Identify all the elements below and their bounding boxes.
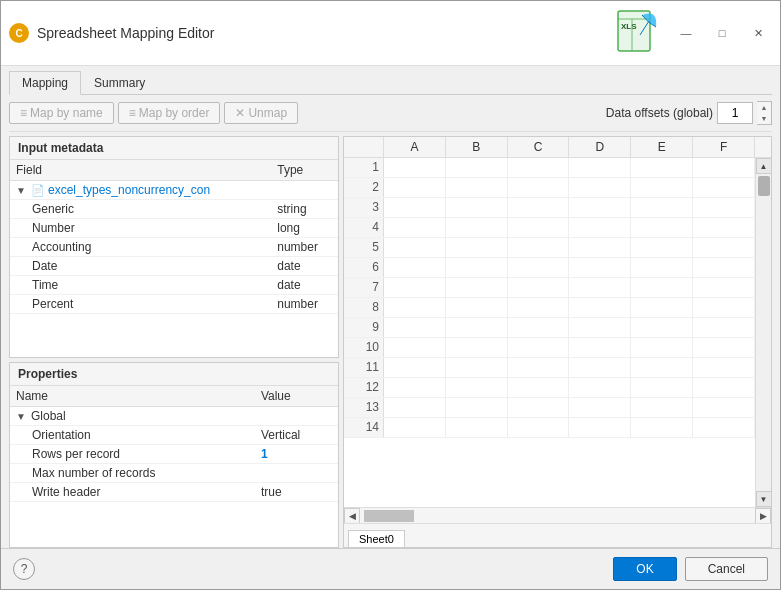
spreadsheet-cell[interactable] <box>693 378 755 397</box>
minimize-button[interactable]: — <box>672 22 700 44</box>
table-row[interactable]: 10 <box>344 338 755 358</box>
spreadsheet-cell[interactable] <box>446 198 508 217</box>
spreadsheet-cell[interactable] <box>569 418 631 437</box>
spreadsheet-rows[interactable]: 1234567891011121314 <box>344 158 755 507</box>
spreadsheet-cell[interactable] <box>631 158 693 177</box>
horizontal-scrollbar[interactable]: ◀ ▶ <box>344 507 771 523</box>
spreadsheet-cell[interactable] <box>446 278 508 297</box>
spreadsheet-cell[interactable] <box>693 278 755 297</box>
scroll-right-button[interactable]: ▶ <box>755 508 771 524</box>
spreadsheet-cell[interactable] <box>631 298 693 317</box>
table-row[interactable]: Max number of records <box>10 464 338 483</box>
table-row[interactable]: 8 <box>344 298 755 318</box>
table-row[interactable]: 9 <box>344 318 755 338</box>
spreadsheet-cell[interactable] <box>446 358 508 377</box>
help-button[interactable]: ? <box>13 558 35 580</box>
spreadsheet-cell[interactable] <box>631 178 693 197</box>
spreadsheet-cell[interactable] <box>508 418 570 437</box>
spreadsheet-cell[interactable] <box>569 198 631 217</box>
table-row[interactable]: 1 <box>344 158 755 178</box>
spreadsheet-cell[interactable] <box>631 358 693 377</box>
spreadsheet-cell[interactable] <box>384 278 446 297</box>
spreadsheet-cell[interactable] <box>569 278 631 297</box>
table-row[interactable]: 4 <box>344 218 755 238</box>
spreadsheet-cell[interactable] <box>384 198 446 217</box>
spreadsheet-cell[interactable] <box>446 218 508 237</box>
spreadsheet-cell[interactable] <box>446 158 508 177</box>
spreadsheet-cell[interactable] <box>384 178 446 197</box>
properties-table-container[interactable]: Name Value ▼ Global <box>10 386 338 547</box>
table-row[interactable]: Date date <box>10 257 338 276</box>
scroll-thumb[interactable] <box>758 176 770 196</box>
ok-button[interactable]: OK <box>613 557 676 581</box>
spreadsheet-cell[interactable] <box>569 398 631 417</box>
spreadsheet-cell[interactable] <box>446 378 508 397</box>
spreadsheet-cell[interactable] <box>508 378 570 397</box>
scroll-left-button[interactable]: ◀ <box>344 508 360 524</box>
spreadsheet-cell[interactable] <box>446 398 508 417</box>
spreadsheet-cell[interactable] <box>569 378 631 397</box>
spreadsheet-cell[interactable] <box>508 238 570 257</box>
spreadsheet-cell[interactable] <box>384 398 446 417</box>
spreadsheet-cell[interactable] <box>446 338 508 357</box>
spreadsheet-cell[interactable] <box>693 158 755 177</box>
table-row[interactable]: 7 <box>344 278 755 298</box>
table-row[interactable]: 5 <box>344 238 755 258</box>
spreadsheet-cell[interactable] <box>446 418 508 437</box>
table-row[interactable]: Number long <box>10 219 338 238</box>
spreadsheet-cell[interactable] <box>384 358 446 377</box>
unmap-button[interactable]: ✕ Unmap <box>224 102 298 124</box>
scroll-track-h[interactable] <box>360 508 755 524</box>
spreadsheet-cell[interactable] <box>508 338 570 357</box>
table-row[interactable]: Accounting number <box>10 238 338 257</box>
vertical-scrollbar[interactable]: ▲ ▼ <box>755 158 771 507</box>
spreadsheet-cell[interactable] <box>384 338 446 357</box>
spreadsheet-cell[interactable] <box>508 158 570 177</box>
spreadsheet-cell[interactable] <box>569 158 631 177</box>
spreadsheet-cell[interactable] <box>569 298 631 317</box>
maximize-button[interactable]: □ <box>708 22 736 44</box>
scroll-thumb-h[interactable] <box>364 510 414 522</box>
spreadsheet-cell[interactable] <box>631 378 693 397</box>
spinner-down-button[interactable]: ▼ <box>757 113 771 124</box>
table-row[interactable]: 6 <box>344 258 755 278</box>
spreadsheet-cell[interactable] <box>508 218 570 237</box>
spreadsheet-cell[interactable] <box>693 218 755 237</box>
spreadsheet-cell[interactable] <box>384 418 446 437</box>
spreadsheet-cell[interactable] <box>508 278 570 297</box>
spreadsheet-cell[interactable] <box>693 298 755 317</box>
scroll-up-button[interactable]: ▲ <box>756 158 772 174</box>
spreadsheet-cell[interactable] <box>508 398 570 417</box>
spreadsheet-cell[interactable] <box>693 338 755 357</box>
table-row[interactable]: Generic string <box>10 200 338 219</box>
table-row[interactable]: 14 <box>344 418 755 438</box>
scroll-down-button[interactable]: ▼ <box>756 491 772 507</box>
spreadsheet-cell[interactable] <box>446 238 508 257</box>
spreadsheet-cell[interactable] <box>446 298 508 317</box>
tab-summary[interactable]: Summary <box>81 71 158 95</box>
spreadsheet-cell[interactable] <box>569 318 631 337</box>
spreadsheet-cell[interactable] <box>693 178 755 197</box>
table-row[interactable]: Rows per record 1 <box>10 445 338 464</box>
sheet-tab-0[interactable]: Sheet0 <box>348 530 405 547</box>
spreadsheet-cell[interactable] <box>569 238 631 257</box>
table-row[interactable]: 11 <box>344 358 755 378</box>
spreadsheet-cell[interactable] <box>631 238 693 257</box>
spreadsheet-cell[interactable] <box>631 338 693 357</box>
close-button[interactable]: ✕ <box>744 22 772 44</box>
cancel-button[interactable]: Cancel <box>685 557 768 581</box>
spreadsheet-cell[interactable] <box>631 198 693 217</box>
spreadsheet-cell[interactable] <box>384 378 446 397</box>
spreadsheet-cell[interactable] <box>693 398 755 417</box>
map-by-name-button[interactable]: ≡ Map by name <box>9 102 114 124</box>
table-row[interactable]: Time date <box>10 276 338 295</box>
spreadsheet-cell[interactable] <box>446 258 508 277</box>
spreadsheet-cell[interactable] <box>693 358 755 377</box>
spreadsheet-cell[interactable] <box>631 318 693 337</box>
input-metadata-table-container[interactable]: Field Type ▼ 📄 <box>10 160 338 357</box>
spreadsheet-cell[interactable] <box>569 258 631 277</box>
spreadsheet-cell[interactable] <box>384 318 446 337</box>
table-row[interactable]: 2 <box>344 178 755 198</box>
spreadsheet-cell[interactable] <box>693 238 755 257</box>
spreadsheet-cell[interactable] <box>631 278 693 297</box>
